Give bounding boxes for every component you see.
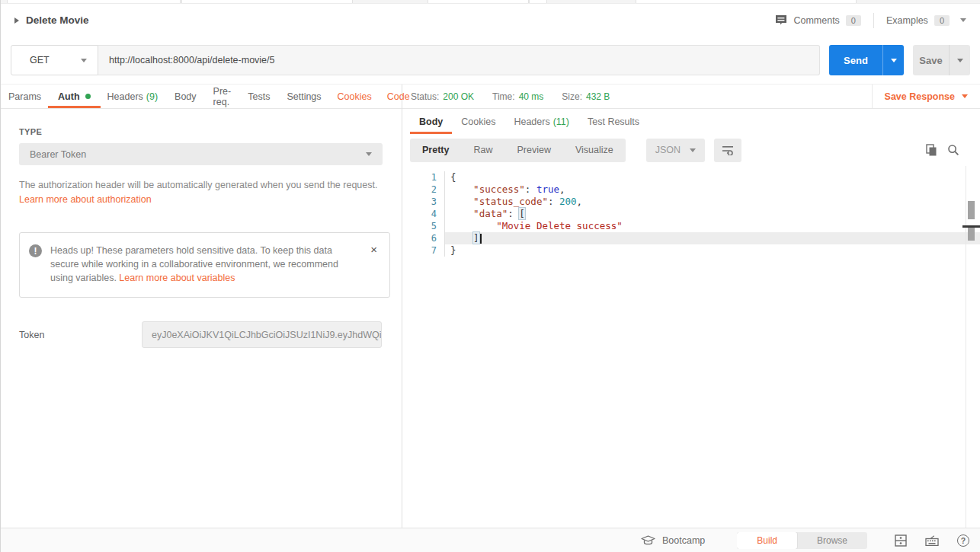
token-input[interactable]: eyJ0eXAiOiJKV1QiLCJhbGciOiJSUzI1NiJ9.eyJ… <box>142 321 382 348</box>
copy-button[interactable] <box>926 144 937 156</box>
learn-variables-link[interactable]: Learn more about variables <box>119 273 235 283</box>
split-pane-icon <box>895 534 907 547</box>
chevron-down-icon <box>957 59 963 62</box>
code-token: "status_code" <box>473 196 548 207</box>
code-line[interactable]: 1{ <box>402 171 980 183</box>
workspace-tab[interactable] <box>181 0 353 3</box>
request-header: Delete Movie Comments 0 Examples 0 <box>1 4 980 37</box>
bootcamp-button[interactable]: Bootcamp <box>641 535 705 546</box>
auth-type-value: Bearer Token <box>30 149 86 160</box>
view-pretty-button[interactable]: Pretty <box>410 139 461 162</box>
url-input[interactable] <box>98 45 820 75</box>
code-line-content[interactable]: "data": [ <box>445 208 980 220</box>
code-line[interactable]: 3 "status_code": 200, <box>402 196 980 208</box>
help-button[interactable]: ? <box>957 534 969 547</box>
line-number: 1 <box>402 171 445 183</box>
time-value: 40 ms <box>519 91 544 102</box>
panes-button[interactable] <box>895 534 907 547</box>
code-token <box>450 232 473 244</box>
tab-response-headers[interactable]: Headers (11) <box>504 109 578 134</box>
save-button[interactable]: Save <box>913 45 949 75</box>
view-raw-button[interactable]: Raw <box>461 139 504 162</box>
save-response-dropdown[interactable]: Save Response <box>872 85 980 108</box>
chevron-down-icon <box>962 94 968 98</box>
code-line-content[interactable]: } <box>445 244 980 257</box>
code-token: { <box>450 171 456 183</box>
tab-body[interactable]: Body <box>166 85 205 108</box>
view-preview-button[interactable]: Preview <box>504 139 562 162</box>
browse-toggle-button[interactable]: Browse <box>797 532 867 549</box>
status-bar-right: Bootcamp Build Browse <box>641 532 969 549</box>
close-icon[interactable]: × <box>369 244 379 255</box>
tab-headers[interactable]: Headers (9) <box>99 85 167 108</box>
response-body-editor[interactable]: 1{2 "success": true,3 "status_code": 200… <box>402 166 980 528</box>
examples-dropdown[interactable]: Examples 0 <box>886 15 966 26</box>
tab-response-body-label: Body <box>419 116 443 127</box>
build-toggle-button[interactable]: Build <box>737 532 797 549</box>
tab-response-cookies-label: Cookies <box>461 116 495 127</box>
cookies-link[interactable]: Cookies <box>330 85 380 108</box>
save-response-label: Save Response <box>885 91 955 102</box>
tab-response-body[interactable]: Body <box>410 109 452 134</box>
workspace-tab[interactable] <box>7 0 181 3</box>
time-label: Time: <box>492 91 515 102</box>
send-options-caret[interactable] <box>882 45 904 75</box>
status-label: Status: <box>411 91 439 102</box>
scrollbar-track[interactable] <box>966 166 966 528</box>
text-cursor <box>480 234 482 244</box>
auth-type-select[interactable]: Bearer Token <box>19 143 383 165</box>
code-token: "Movie Delete success" <box>496 220 623 231</box>
tab-headers-count: (9) <box>146 91 158 102</box>
postman-app: Delete Movie Comments 0 Examples 0 GET <box>0 0 980 552</box>
send-split-button: Send <box>829 45 904 75</box>
code-token: true <box>536 183 559 195</box>
tab-test-results[interactable]: Test Results <box>578 109 649 134</box>
code-line-content[interactable]: "success": true, <box>445 183 980 196</box>
workspace-tab[interactable] <box>636 0 857 3</box>
code-token <box>450 220 496 231</box>
workspace-tab[interactable] <box>529 0 547 3</box>
tab-settings[interactable]: Settings <box>278 85 329 108</box>
save-options-caret[interactable] <box>949 45 970 75</box>
code-line[interactable]: 2 "success": true, <box>402 183 980 196</box>
method-select[interactable]: GET <box>11 45 98 75</box>
learn-authorization-link[interactable]: Learn more about authorization <box>19 193 152 206</box>
tab-prereq[interactable]: Pre-req. <box>205 85 240 108</box>
warning-text: Heads up! These parameters hold sensitiv… <box>50 244 351 285</box>
code-line-content[interactable]: "status_code": 200, <box>445 196 980 208</box>
header-actions: Comments 0 Examples 0 <box>775 13 966 28</box>
wrap-text-button[interactable] <box>714 139 741 162</box>
send-button[interactable]: Send <box>829 45 882 75</box>
workspace-tab[interactable] <box>428 0 529 3</box>
line-number: 5 <box>402 220 445 232</box>
comments-button[interactable]: Comments 0 <box>775 14 861 26</box>
tab-params[interactable]: Params <box>8 85 50 108</box>
line-number: 2 <box>402 183 445 196</box>
code-line[interactable]: 7} <box>402 244 980 257</box>
chevron-down-icon <box>81 59 87 62</box>
tab-auth[interactable]: Auth <box>50 85 98 108</box>
format-select[interactable]: JSON <box>646 139 705 162</box>
workspace-tab-strip[interactable] <box>1 0 980 4</box>
request-tabs: Params Auth Headers (9) Body Pre-req. Te… <box>1 85 402 109</box>
code-line-content[interactable]: "Movie Delete success" <box>445 220 980 232</box>
code-line-content[interactable]: { <box>445 171 980 183</box>
scrollbar-thumb[interactable] <box>968 228 975 241</box>
code-token: : <box>525 183 536 195</box>
collapse-caret-icon[interactable] <box>14 18 19 24</box>
line-number: 6 <box>402 232 445 244</box>
code-token: : <box>508 208 519 219</box>
shortcuts-button[interactable] <box>925 535 939 546</box>
code-line[interactable]: 5 "Movie Delete success" <box>402 220 980 232</box>
code-line-content[interactable]: ] <box>445 232 980 244</box>
tab-response-cookies[interactable]: Cookies <box>452 109 504 134</box>
tab-tests[interactable]: Tests <box>239 85 278 108</box>
comments-icon <box>775 14 787 26</box>
scrollbar-thumb[interactable] <box>968 201 975 219</box>
search-button[interactable] <box>947 144 959 156</box>
code-line[interactable]: 4 "data": [ <box>402 208 980 220</box>
view-visualize-button[interactable]: Visualize <box>563 139 626 162</box>
code-line[interactable]: 6 ] <box>402 232 980 244</box>
header-divider <box>873 13 874 28</box>
tab-response-headers-count: (11) <box>553 116 569 127</box>
